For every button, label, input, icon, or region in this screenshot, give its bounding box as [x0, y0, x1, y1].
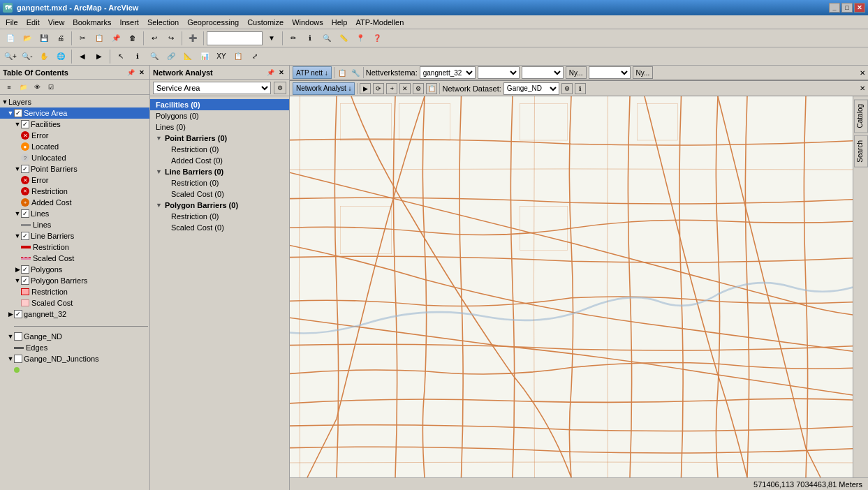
na-settings-button[interactable]: ⚙ [274, 82, 286, 94]
search2-button[interactable]: 🔍 [147, 49, 162, 64]
na-poly-restriction[interactable]: Restriction (0) [150, 211, 289, 222]
toc-facilities-located[interactable]: ● Located [0, 141, 149, 152]
na-line-barriers-group[interactable]: ▼ Line Barriers (0) [150, 166, 289, 177]
print-button[interactable]: 🖨 [53, 31, 68, 46]
table-button[interactable]: 📋 [230, 49, 246, 64]
maximize-button[interactable]: □ [841, 3, 853, 13]
redo-button[interactable]: ↪ [163, 31, 179, 46]
menu-windows[interactable]: Windows [288, 17, 328, 28]
graph-button[interactable]: 📊 [197, 49, 212, 64]
toc-polygons[interactable]: ▶ Polygons [0, 264, 149, 275]
menu-edit[interactable]: Edit [22, 17, 44, 28]
atp-dropdown3[interactable] [522, 66, 564, 79]
na-toolbar-btn4[interactable]: ✕ [399, 83, 411, 94]
toc-point-barriers[interactable]: ▼ Point Barriers [0, 163, 149, 175]
toc-edges[interactable]: Edges [0, 342, 149, 353]
add-data-button[interactable]: ➕ [185, 31, 200, 46]
atp-icon1[interactable]: 📋 [337, 67, 348, 78]
help-button[interactable]: ❓ [369, 31, 385, 46]
na-pin-button[interactable]: 📌 [265, 68, 275, 77]
na-toolbar-btn6[interactable]: 📋 [426, 83, 437, 94]
na-toolbar-btn5[interactable]: ⚙ [413, 83, 424, 94]
atp-close-button[interactable]: ✕ [860, 69, 865, 77]
lines-checkbox[interactable] [21, 209, 29, 218]
geocode-button[interactable]: 📍 [353, 31, 368, 46]
line-barriers-checkbox[interactable] [21, 232, 29, 240]
xy-button[interactable]: XY [214, 49, 229, 64]
expand-button[interactable]: ⤢ [247, 49, 263, 64]
toc-lines-sub[interactable]: Lines [0, 219, 149, 230]
toc-facilities[interactable]: ▼ Facilities [0, 119, 149, 130]
facilities-checkbox[interactable] [21, 120, 29, 128]
catalog-tab[interactable]: Catalog [854, 99, 868, 133]
forward-extent-button[interactable]: ▶ [91, 49, 107, 64]
na-toolbar-btn8[interactable]: ℹ [575, 83, 586, 94]
copy-button[interactable]: 📋 [91, 31, 107, 46]
paste-button[interactable]: 📌 [108, 31, 124, 46]
na-toolbar-btn7[interactable]: ⚙ [561, 83, 573, 94]
hyperlink-button[interactable]: 🔗 [163, 49, 179, 64]
toc-lb-restriction[interactable]: Restriction [0, 242, 149, 253]
toc-list-by-selection[interactable]: ☑ [45, 81, 57, 94]
na-toolbar-nd-select[interactable]: Gange_ND [503, 82, 559, 95]
zoom-in-button[interactable]: 🔍+ [3, 49, 18, 64]
na-pb-restriction[interactable]: Restriction (0) [150, 144, 289, 155]
toc-list-by-drawing-order[interactable]: ≡ [3, 81, 15, 94]
find-button[interactable]: 🔍 [319, 31, 334, 46]
identify2-button[interactable]: ℹ [130, 49, 145, 64]
select-button[interactable]: ↖ [113, 49, 128, 64]
toc-line-barriers[interactable]: ▼ Line Barriers [0, 230, 149, 242]
save-button[interactable]: 💾 [36, 31, 52, 46]
toc-layers-group[interactable]: ▼ Layers [0, 96, 149, 107]
toc-gange-nd-junctions[interactable]: ▼ Gange_ND_Junctions [0, 353, 149, 364]
menu-geoprocessing[interactable]: Geoprocessing [183, 17, 243, 28]
editor-button[interactable]: ✏ [286, 31, 301, 46]
na-lb-scaled[interactable]: Scaled Cost (0) [150, 188, 289, 200]
delete-button[interactable]: 🗑 [125, 31, 140, 46]
atp-ny2-button[interactable]: Ny... [633, 66, 654, 79]
minimize-button[interactable]: _ [829, 3, 840, 13]
gange-nd-junctions-checkbox[interactable] [14, 355, 22, 363]
toc-lb-scaled[interactable]: Scaled Cost [0, 253, 149, 264]
identify-button[interactable]: ℹ [302, 31, 318, 46]
undo-button[interactable]: ↩ [147, 31, 162, 46]
atp-ny1-button[interactable]: Ny... [566, 66, 587, 79]
na-service-area-select[interactable]: Service Area [153, 82, 271, 94]
toc-close-button[interactable]: ✕ [137, 68, 147, 77]
zoom-out-button[interactable]: 🔍- [20, 49, 35, 64]
menu-customize[interactable]: Customize [243, 17, 288, 28]
pan-button[interactable]: ✋ [36, 49, 52, 64]
na-polygons[interactable]: Polygons (0) [150, 110, 289, 121]
toc-list-by-source[interactable]: 📁 [17, 81, 29, 94]
na-toolbar-dropdown[interactable]: Network Analyst ↓ [293, 82, 355, 95]
cut-button[interactable]: ✂ [75, 31, 90, 46]
atp-icon2[interactable]: 🔧 [350, 67, 361, 78]
toc-pb-restriction[interactable]: ✕ Restriction [0, 186, 149, 197]
menu-bookmarks[interactable]: Bookmarks [68, 17, 115, 28]
na-point-barriers-group[interactable]: ▼ Point Barriers (0) [150, 133, 289, 144]
gangnett32-checkbox[interactable] [14, 310, 22, 318]
open-button[interactable]: 📂 [20, 31, 35, 46]
na-toolbar-close-button[interactable]: ✕ [860, 84, 865, 92]
menu-atp[interactable]: ATP-Modellen [351, 17, 408, 28]
na-facilities[interactable]: Facilities (0) [150, 99, 289, 110]
menu-file[interactable]: File [1, 17, 22, 28]
scale-dropdown[interactable]: ▼ [264, 31, 279, 46]
search-tab[interactable]: Search [854, 135, 868, 168]
toc-pb-error[interactable]: ✕ Error [0, 175, 149, 186]
toc-polygon-barriers[interactable]: ▼ Polygon Barriers [0, 275, 149, 286]
toc-poly-restriction[interactable]: Restriction [0, 286, 149, 297]
atp-gangnett-select[interactable]: gangnett_32 [420, 66, 476, 79]
toc-list-by-visibility[interactable]: 👁 [31, 81, 43, 94]
toc-pin-button[interactable]: 📌 [126, 68, 135, 77]
back-extent-button[interactable]: ◀ [75, 49, 90, 64]
na-toolbar-btn3[interactable]: + [386, 83, 397, 94]
atp-nett-button[interactable]: ATP nett ↓ [293, 66, 332, 79]
toc-facilities-error[interactable]: ✕ Error [0, 130, 149, 141]
na-close-button[interactable]: ✕ [277, 68, 286, 77]
na-toolbar-btn1[interactable]: ▶ [360, 83, 371, 94]
new-button[interactable]: 📄 [3, 31, 18, 46]
service-area-checkbox[interactable] [14, 109, 22, 117]
polygons-checkbox[interactable] [21, 265, 29, 274]
na-pb-added-cost[interactable]: Added Cost (0) [150, 155, 289, 166]
